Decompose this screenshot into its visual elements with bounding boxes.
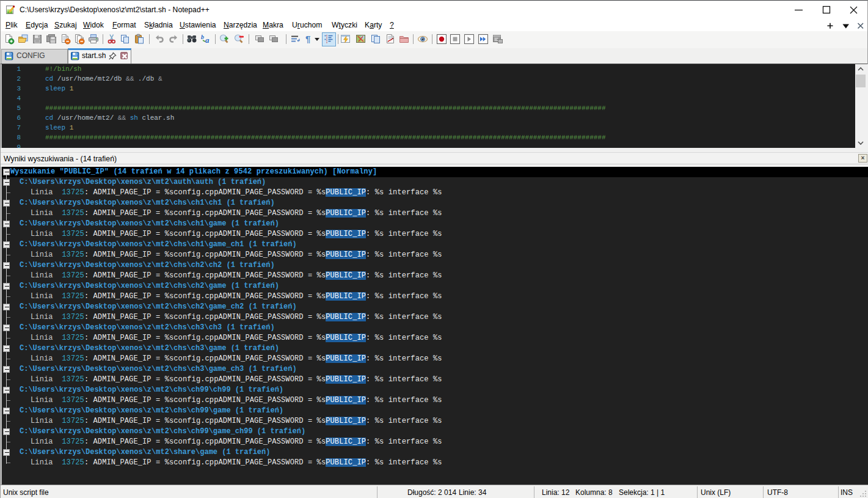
svg-text:a: a [205, 35, 210, 45]
svg-text:b: b [201, 34, 204, 40]
svg-text:¶: ¶ [305, 34, 310, 44]
